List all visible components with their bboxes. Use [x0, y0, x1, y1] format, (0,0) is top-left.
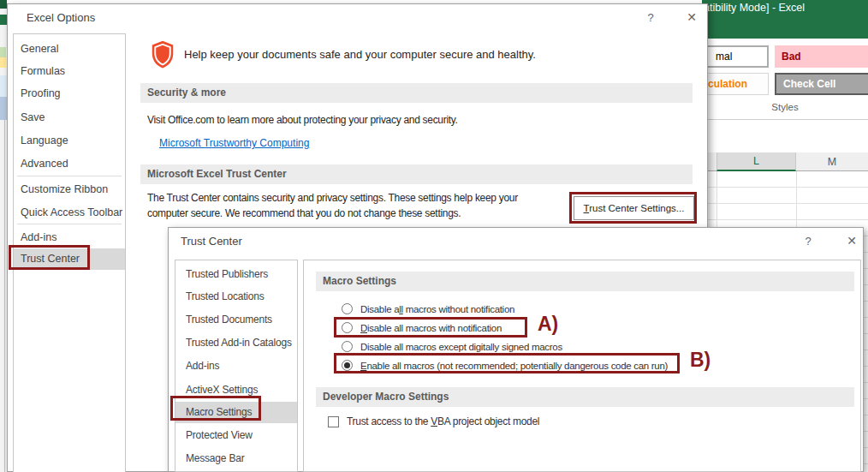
section-excel-trust-center: Microsoft Excel Trust Center	[140, 164, 693, 184]
dialog-title: Excel Options	[27, 11, 95, 24]
divider	[17, 176, 122, 176]
trust-center-sidebar: Trusted Publishers Trusted Locations Tru…	[175, 260, 298, 472]
sidebar-item-customize-ribbon[interactable]: Customize Ribbon	[14, 178, 125, 200]
tc-item-trusted-publishers[interactable]: Trusted Publishers	[175, 264, 297, 284]
help-button[interactable]: ?	[643, 11, 658, 24]
ribbon-fragment	[0, 47, 6, 57]
section-developer-macro-settings: Developer Macro Settings	[316, 387, 854, 407]
screenshot-stage: atibility Mode] - Excel mal Bad culation…	[0, 0, 868, 472]
tc-item-trusted-locations[interactable]: Trusted Locations	[175, 286, 297, 307]
tc-item-add-ins[interactable]: Add-ins	[175, 355, 297, 376]
radio-label: Disable all macros without notification	[360, 304, 514, 314]
sidebar-item-general[interactable]: General	[14, 38, 125, 60]
sidebar-item-advanced[interactable]: Advanced	[14, 152, 125, 175]
sidebar-item-quick-access-toolbar[interactable]: Quick Access Toolbar	[14, 201, 125, 224]
help-button[interactable]: ?	[800, 235, 816, 248]
radio-icon[interactable]	[342, 303, 353, 314]
annotation-box-option-b	[334, 353, 680, 373]
annotation-box-trust-center-item	[9, 245, 90, 270]
annotation-label-b: B)	[690, 349, 710, 372]
ribbon-fragment	[0, 0, 7, 9]
section-security-and-more: Security & more	[140, 83, 693, 103]
close-icon[interactable]: ✕	[843, 234, 860, 248]
style-gallery-bad[interactable]: Bad	[775, 45, 868, 68]
radio-disable-except-signed[interactable]: Disable all macros except digitally sign…	[342, 341, 562, 352]
excel-title-bar: atibility Mode] - Excel	[702, 0, 868, 39]
ribbon-fragment	[0, 75, 7, 97]
divider	[4, 120, 5, 472]
vba-access-checkbox-row[interactable]: Trust access to the VBA project object m…	[328, 415, 539, 427]
background-excel-left-sliver	[0, 0, 7, 472]
trustworthy-computing-link[interactable]: Microsoft Trustworthy Computing	[159, 137, 309, 149]
excel-ribbon-styles-group: mal Bad culation Check Cell Styles	[702, 39, 868, 120]
dialog-title: Trust Center	[181, 235, 242, 248]
tc-item-protected-view[interactable]: Protected View	[175, 425, 297, 445]
style-gallery-check-cell[interactable]: Check Cell	[775, 73, 868, 95]
styles-group-label: Styles	[702, 102, 868, 112]
sidebar-item-save[interactable]: Save	[14, 106, 125, 128]
trust-center-description-line2: computer secure. We recommend that you d…	[147, 207, 461, 219]
security-text: Visit Office.com to learn more about pro…	[147, 114, 458, 126]
section-macro-settings: Macro Settings	[316, 272, 854, 291]
style-gallery-normal[interactable]: mal	[704, 45, 769, 68]
ribbon-fragment	[0, 97, 7, 120]
ribbon-fragment	[0, 15, 7, 25]
tc-item-trusted-addin-catalogs[interactable]: Trusted Add-in Catalogs	[175, 332, 297, 353]
ribbon-fragment	[0, 57, 6, 68]
annotation-label-a: A)	[538, 313, 558, 336]
radio-label: Disable all macros except digitally sign…	[360, 342, 562, 352]
style-gallery-calculation[interactable]: culation	[704, 73, 769, 95]
radio-icon[interactable]	[342, 341, 353, 352]
radio-disable-without-notification[interactable]: Disable all macros without notification	[342, 303, 514, 314]
column-header-row: L M	[702, 152, 868, 171]
annotation-box-trust-center-settings-button	[569, 192, 697, 224]
annotation-box-option-a	[334, 317, 527, 338]
checkbox-icon[interactable]	[328, 416, 339, 427]
sidebar-item-language[interactable]: Language	[14, 129, 125, 152]
checkbox-label: Trust access to the VBA project object m…	[347, 415, 539, 427]
sidebar-item-formulas[interactable]: Formulas	[14, 60, 125, 82]
trust-center-dialog: Trust Center ? ✕ Trusted Publishers Trus…	[168, 227, 864, 472]
tc-item-trusted-documents[interactable]: Trusted Documents	[175, 309, 297, 330]
excel-window-title: atibility Mode] - Excel	[704, 2, 805, 14]
column-header-l[interactable]: L	[716, 152, 796, 171]
divider	[17, 224, 122, 224]
safety-intro-text: Help keep your documents safe and your c…	[184, 48, 536, 61]
sidebar-item-proofing[interactable]: Proofing	[14, 82, 125, 105]
tc-item-message-bar[interactable]: Message Bar	[175, 448, 297, 469]
shield-icon	[151, 40, 175, 69]
close-icon[interactable]: ✕	[683, 10, 700, 24]
column-header-m[interactable]: M	[796, 152, 868, 171]
trust-center-description-line1: The Trust Center contains security and p…	[147, 192, 518, 204]
annotation-box-macro-settings-item	[170, 396, 261, 421]
